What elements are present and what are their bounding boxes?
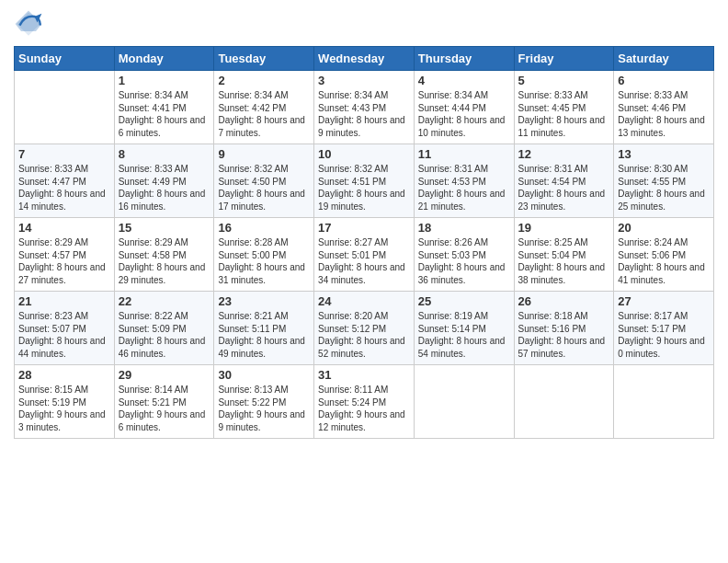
day-info: Sunrise: 8:29 AMSunset: 4:57 PMDaylight:… <box>18 236 110 286</box>
calendar-cell: 6Sunrise: 8:33 AMSunset: 4:46 PMDaylight… <box>614 71 714 144</box>
calendar-cell: 18Sunrise: 8:26 AMSunset: 5:03 PMDayligh… <box>414 218 514 292</box>
day-info: Sunrise: 8:33 AMSunset: 4:49 PMDaylight:… <box>119 163 210 213</box>
weekday-header-friday: Friday <box>514 47 614 71</box>
calendar-cell <box>614 365 714 439</box>
calendar-cell: 14Sunrise: 8:29 AMSunset: 4:57 PMDayligh… <box>15 218 115 292</box>
day-info: Sunrise: 8:27 AMSunset: 5:01 PMDaylight:… <box>318 236 410 286</box>
day-info: Sunrise: 8:11 AMSunset: 5:24 PMDaylight:… <box>318 384 410 433</box>
header <box>14 9 714 39</box>
day-number: 25 <box>418 294 510 308</box>
weekday-header-tuesday: Tuesday <box>214 47 314 71</box>
day-number: 6 <box>618 74 710 87</box>
calendar-cell: 1Sunrise: 8:34 AMSunset: 4:41 PMDaylight… <box>114 71 214 144</box>
day-info: Sunrise: 8:21 AMSunset: 5:11 PMDaylight:… <box>218 310 310 360</box>
day-number: 18 <box>418 221 510 235</box>
weekday-header-saturday: Saturday <box>614 47 714 71</box>
day-info: Sunrise: 8:33 AMSunset: 4:47 PMDaylight:… <box>18 163 110 213</box>
day-number: 31 <box>318 368 410 382</box>
day-info: Sunrise: 8:19 AMSunset: 5:14 PMDaylight:… <box>418 310 510 360</box>
calendar-cell: 5Sunrise: 8:33 AMSunset: 4:45 PMDaylight… <box>514 71 614 144</box>
calendar-cell: 19Sunrise: 8:25 AMSunset: 5:04 PMDayligh… <box>514 218 614 292</box>
day-number: 3 <box>318 74 410 87</box>
calendar-cell: 7Sunrise: 8:33 AMSunset: 4:47 PMDaylight… <box>15 144 115 218</box>
calendar-cell: 17Sunrise: 8:27 AMSunset: 5:01 PMDayligh… <box>314 218 415 292</box>
calendar-week-row: 21Sunrise: 8:23 AMSunset: 5:07 PMDayligh… <box>15 292 714 365</box>
day-info: Sunrise: 8:32 AMSunset: 4:51 PMDaylight:… <box>318 163 410 213</box>
day-info: Sunrise: 8:17 AMSunset: 5:17 PMDaylight:… <box>618 310 710 360</box>
calendar-cell: 16Sunrise: 8:28 AMSunset: 5:00 PMDayligh… <box>214 218 314 292</box>
day-info: Sunrise: 8:32 AMSunset: 4:50 PMDaylight:… <box>218 163 310 213</box>
day-info: Sunrise: 8:31 AMSunset: 4:54 PMDaylight:… <box>518 163 610 213</box>
day-number: 24 <box>318 294 410 308</box>
day-number: 11 <box>418 147 510 161</box>
calendar-week-row: 14Sunrise: 8:29 AMSunset: 4:57 PMDayligh… <box>15 218 714 292</box>
day-info: Sunrise: 8:29 AMSunset: 4:58 PMDaylight:… <box>119 236 210 286</box>
calendar-week-row: 1Sunrise: 8:34 AMSunset: 4:41 PMDaylight… <box>15 71 714 144</box>
calendar-cell: 2Sunrise: 8:34 AMSunset: 4:42 PMDaylight… <box>214 71 314 144</box>
day-number: 4 <box>418 74 510 87</box>
day-number: 13 <box>618 147 710 161</box>
day-info: Sunrise: 8:31 AMSunset: 4:53 PMDaylight:… <box>418 163 510 213</box>
calendar-cell <box>514 365 614 439</box>
day-info: Sunrise: 8:33 AMSunset: 4:45 PMDaylight:… <box>518 89 610 139</box>
day-number: 2 <box>218 74 310 87</box>
calendar-cell: 23Sunrise: 8:21 AMSunset: 5:11 PMDayligh… <box>214 292 314 365</box>
logo-icon <box>14 9 43 39</box>
day-number: 7 <box>18 147 110 161</box>
day-info: Sunrise: 8:13 AMSunset: 5:22 PMDaylight:… <box>218 384 310 433</box>
calendar-cell: 22Sunrise: 8:22 AMSunset: 5:09 PMDayligh… <box>114 292 214 365</box>
calendar-cell: 30Sunrise: 8:13 AMSunset: 5:22 PMDayligh… <box>214 365 314 439</box>
weekday-header-sunday: Sunday <box>15 47 115 71</box>
day-number: 5 <box>518 74 610 87</box>
calendar-week-row: 7Sunrise: 8:33 AMSunset: 4:47 PMDaylight… <box>15 144 714 218</box>
main-container: SundayMondayTuesdayWednesdayThursdayFrid… <box>0 0 728 448</box>
calendar-cell: 3Sunrise: 8:34 AMSunset: 4:43 PMDaylight… <box>314 71 415 144</box>
day-info: Sunrise: 8:30 AMSunset: 4:55 PMDaylight:… <box>618 163 710 213</box>
day-info: Sunrise: 8:33 AMSunset: 4:46 PMDaylight:… <box>618 89 710 139</box>
calendar-cell: 9Sunrise: 8:32 AMSunset: 4:50 PMDaylight… <box>214 144 314 218</box>
weekday-header-wednesday: Wednesday <box>314 47 415 71</box>
day-number: 16 <box>218 221 310 235</box>
day-number: 14 <box>18 221 110 235</box>
day-number: 17 <box>318 221 410 235</box>
calendar-cell: 31Sunrise: 8:11 AMSunset: 5:24 PMDayligh… <box>314 365 415 439</box>
day-info: Sunrise: 8:34 AMSunset: 4:43 PMDaylight:… <box>318 89 410 139</box>
calendar-cell: 27Sunrise: 8:17 AMSunset: 5:17 PMDayligh… <box>614 292 714 365</box>
day-info: Sunrise: 8:20 AMSunset: 5:12 PMDaylight:… <box>318 310 410 360</box>
calendar-cell: 13Sunrise: 8:30 AMSunset: 4:55 PMDayligh… <box>614 144 714 218</box>
day-number: 26 <box>518 294 610 308</box>
day-number: 21 <box>18 294 110 308</box>
day-info: Sunrise: 8:15 AMSunset: 5:19 PMDaylight:… <box>18 384 110 433</box>
day-number: 15 <box>119 221 210 235</box>
day-info: Sunrise: 8:34 AMSunset: 4:44 PMDaylight:… <box>418 89 510 139</box>
day-number: 29 <box>119 368 210 382</box>
day-number: 1 <box>119 74 210 87</box>
calendar-cell: 4Sunrise: 8:34 AMSunset: 4:44 PMDaylight… <box>414 71 514 144</box>
day-info: Sunrise: 8:34 AMSunset: 4:42 PMDaylight:… <box>218 89 310 139</box>
day-number: 23 <box>218 294 310 308</box>
day-number: 9 <box>218 147 310 161</box>
day-info: Sunrise: 8:22 AMSunset: 5:09 PMDaylight:… <box>119 310 210 360</box>
day-number: 20 <box>618 221 710 235</box>
calendar-cell <box>414 365 514 439</box>
calendar-table: SundayMondayTuesdayWednesdayThursdayFrid… <box>14 46 714 439</box>
calendar-header-row: SundayMondayTuesdayWednesdayThursdayFrid… <box>15 47 714 71</box>
day-info: Sunrise: 8:24 AMSunset: 5:06 PMDaylight:… <box>618 236 710 286</box>
weekday-header-monday: Monday <box>114 47 214 71</box>
logo <box>14 9 47 39</box>
calendar-cell: 26Sunrise: 8:18 AMSunset: 5:16 PMDayligh… <box>514 292 614 365</box>
weekday-header-thursday: Thursday <box>414 47 514 71</box>
calendar-cell: 10Sunrise: 8:32 AMSunset: 4:51 PMDayligh… <box>314 144 415 218</box>
calendar-cell: 15Sunrise: 8:29 AMSunset: 4:58 PMDayligh… <box>114 218 214 292</box>
calendar-cell <box>15 71 115 144</box>
calendar-cell: 8Sunrise: 8:33 AMSunset: 4:49 PMDaylight… <box>114 144 214 218</box>
calendar-cell: 20Sunrise: 8:24 AMSunset: 5:06 PMDayligh… <box>614 218 714 292</box>
calendar-week-row: 28Sunrise: 8:15 AMSunset: 5:19 PMDayligh… <box>15 365 714 439</box>
day-info: Sunrise: 8:18 AMSunset: 5:16 PMDaylight:… <box>518 310 610 360</box>
day-number: 8 <box>119 147 210 161</box>
calendar-cell: 29Sunrise: 8:14 AMSunset: 5:21 PMDayligh… <box>114 365 214 439</box>
calendar-cell: 21Sunrise: 8:23 AMSunset: 5:07 PMDayligh… <box>15 292 115 365</box>
calendar-cell: 11Sunrise: 8:31 AMSunset: 4:53 PMDayligh… <box>414 144 514 218</box>
calendar-cell: 24Sunrise: 8:20 AMSunset: 5:12 PMDayligh… <box>314 292 415 365</box>
day-number: 10 <box>318 147 410 161</box>
